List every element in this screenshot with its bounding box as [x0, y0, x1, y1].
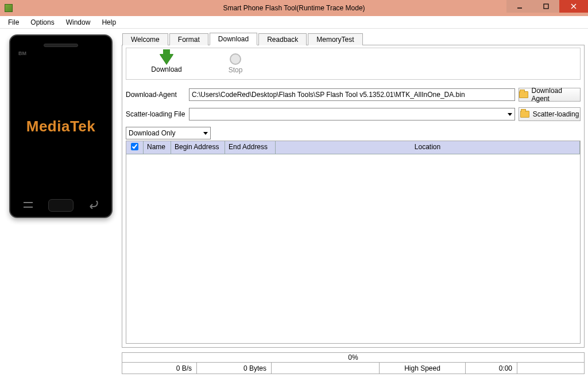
- main-panel: Welcome Format Download Readback MemoryT…: [122, 32, 585, 382]
- scatter-file-browse-button[interactable]: Scatter-loading: [519, 107, 581, 121]
- partition-table: Name Begin Address End Address Location: [126, 141, 581, 344]
- download-agent-browse-label: Download Agent: [532, 87, 580, 103]
- download-agent-label: Download-Agent: [126, 91, 185, 99]
- download-agent-row: Download-Agent Download Agent: [126, 88, 581, 102]
- partition-table-body[interactable]: [126, 154, 580, 343]
- menubar: File Options Window Help: [0, 16, 588, 29]
- action-toolbar: Download Stop: [126, 48, 581, 80]
- window-controls: [506, 0, 588, 13]
- scatter-file-browse-label: Scatter-loading: [533, 110, 579, 118]
- status-speed: 0 B/s: [122, 363, 197, 374]
- menu-file[interactable]: File: [2, 17, 25, 28]
- phone-brand-text: MediaTek: [26, 118, 96, 135]
- download-button[interactable]: Download: [149, 54, 184, 73]
- download-mode-combo[interactable]: Download Only: [126, 127, 211, 139]
- stop-button[interactable]: Stop: [218, 53, 253, 74]
- scatter-file-row: Scatter-loading File Scatter-loading: [126, 107, 581, 121]
- home-button-icon: [48, 199, 74, 212]
- tab-format[interactable]: Format: [169, 33, 208, 45]
- select-all-checkbox[interactable]: [131, 143, 138, 150]
- menu-window[interactable]: Window: [60, 17, 96, 28]
- status-usb-mode: High Speed: [380, 363, 466, 374]
- window-title: Smart Phone Flash Tool(Runtime Trace Mod…: [223, 4, 365, 12]
- window-titlebar: Smart Phone Flash Tool(Runtime Trace Mod…: [0, 0, 588, 16]
- app-body: BM MediaTek Welcome Format Download Read…: [0, 29, 588, 385]
- phone-softkeys: [10, 196, 111, 217]
- phone-screen: MediaTek: [17, 60, 105, 193]
- tab-download[interactable]: Download: [210, 33, 257, 45]
- maximize-button[interactable]: [533, 0, 559, 13]
- folder-icon: [520, 111, 529, 118]
- status-spacer-1: [272, 363, 380, 374]
- download-agent-browse-button[interactable]: Download Agent: [519, 88, 581, 102]
- status-area: 0% 0 B/s 0 Bytes High Speed 0:00: [122, 352, 585, 374]
- menu-options[interactable]: Options: [25, 17, 60, 28]
- download-agent-field[interactable]: [189, 88, 515, 101]
- tab-readback[interactable]: Readback: [258, 33, 307, 45]
- chevron-down-icon: [508, 113, 512, 116]
- download-tab-panel: Download Stop Download-Agent Download Ag…: [122, 45, 585, 348]
- progress-text: 0%: [348, 353, 358, 361]
- tabstrip: Welcome Format Download Readback MemoryT…: [122, 32, 585, 45]
- tab-memorytest[interactable]: MemoryTest: [308, 33, 362, 45]
- scatter-file-label: Scatter-loading File: [126, 110, 185, 118]
- minimize-button[interactable]: [506, 0, 533, 13]
- app-icon: [5, 4, 13, 12]
- column-location[interactable]: Location: [276, 141, 580, 154]
- svg-rect-1: [544, 4, 548, 9]
- download-arrow-icon: [160, 54, 173, 64]
- stop-icon: [230, 53, 241, 65]
- download-button-label: Download: [151, 65, 181, 73]
- column-begin-address[interactable]: Begin Address: [171, 141, 225, 154]
- phone-outline: BM MediaTek: [9, 34, 113, 218]
- progress-bar: 0%: [122, 352, 585, 363]
- column-end-address[interactable]: End Address: [225, 141, 276, 154]
- status-bar: 0 B/s 0 Bytes High Speed 0:00: [122, 363, 585, 374]
- phone-speaker: [44, 44, 78, 47]
- back-icon: [88, 201, 99, 211]
- column-name[interactable]: Name: [144, 141, 171, 154]
- download-mode-value: Download Only: [129, 129, 175, 137]
- status-spacer-2: [517, 363, 584, 374]
- partition-table-header: Name Begin Address End Address Location: [126, 141, 580, 154]
- status-bytes: 0 Bytes: [197, 363, 272, 374]
- status-elapsed: 0:00: [466, 363, 517, 374]
- phone-badge: BM: [18, 50, 26, 56]
- chevron-down-icon: [203, 132, 208, 135]
- close-button[interactable]: [559, 0, 588, 13]
- column-checkbox[interactable]: [126, 141, 144, 154]
- folder-icon: [519, 91, 528, 98]
- scatter-file-combo[interactable]: [189, 108, 515, 120]
- menu-help[interactable]: Help: [96, 17, 122, 28]
- menu-icon: [22, 201, 34, 211]
- tab-welcome[interactable]: Welcome: [122, 33, 168, 45]
- stop-button-label: Stop: [229, 66, 243, 74]
- phone-preview: BM MediaTek: [3, 32, 118, 382]
